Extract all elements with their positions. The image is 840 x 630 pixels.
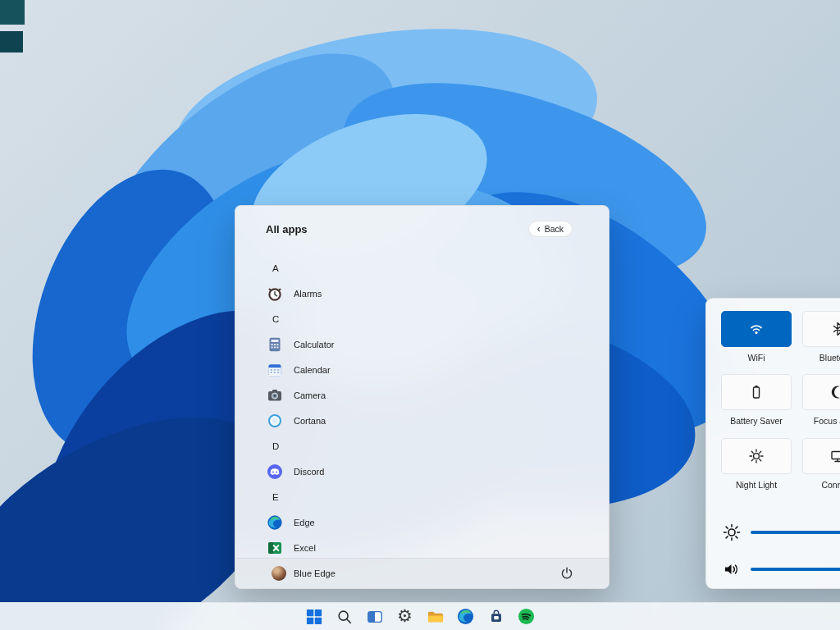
- calendar-icon: [267, 362, 283, 378]
- edge-button[interactable]: [455, 606, 477, 628]
- windows-start-icon: [306, 609, 322, 625]
- user-name: Blue Edge: [294, 568, 336, 578]
- connect-icon: [829, 448, 840, 464]
- excel-icon: [267, 540, 283, 556]
- search-button[interactable]: [334, 606, 355, 628]
- chevron-left-icon: ‹: [537, 224, 541, 234]
- task-view-icon: [367, 609, 383, 625]
- back-button[interactable]: ‹ Back: [528, 221, 573, 238]
- brightness-icon: [723, 523, 741, 541]
- wifi-tile-label: WiFi: [721, 353, 792, 363]
- back-button-label: Back: [545, 224, 564, 235]
- search-icon: [336, 609, 353, 625]
- section-header-a[interactable]: A: [266, 255, 592, 281]
- corner-tile: [0, 31, 23, 52]
- folder-icon: [427, 609, 445, 625]
- calculator-icon: [267, 336, 283, 353]
- app-label: Excel: [294, 543, 316, 553]
- battery-saver-tile-label: Battery Saver: [721, 416, 792, 426]
- corner-tile: [0, 0, 25, 25]
- cortana-icon: [267, 413, 283, 429]
- app-label: Edge: [294, 518, 315, 527]
- app-row-camera[interactable]: Camera: [266, 382, 592, 408]
- app-row-alarms[interactable]: Alarms: [266, 281, 592, 306]
- section-letter: C: [272, 314, 279, 324]
- file-explorer-button[interactable]: [425, 606, 446, 628]
- app-row-discord[interactable]: Discord: [266, 459, 592, 484]
- avatar: [272, 566, 286, 581]
- section-header-c[interactable]: C: [266, 306, 592, 331]
- start-menu-all-apps-panel: All apps ‹ Back A Alarms C: [235, 205, 609, 589]
- edge-icon: [267, 514, 283, 531]
- night-light-tile[interactable]: [721, 438, 792, 474]
- section-letter: E: [272, 492, 279, 502]
- app-row-calendar[interactable]: Calendar: [266, 357, 592, 382]
- app-label: Camera: [294, 390, 326, 400]
- volume-icon: [723, 560, 741, 578]
- focus-assist-tile-label: Focus assist: [802, 416, 840, 426]
- focus-assist-icon: [829, 384, 840, 400]
- power-icon: [559, 566, 574, 581]
- app-row-edge[interactable]: Edge: [266, 509, 592, 535]
- app-label: Cortana: [294, 416, 326, 426]
- section-header-d[interactable]: D: [266, 433, 592, 459]
- bluetooth-tile-label: Bluetooth: [802, 353, 840, 363]
- taskbar: ⚙: [0, 602, 840, 630]
- brightness-slider[interactable]: [751, 531, 840, 534]
- power-button[interactable]: [558, 564, 576, 582]
- discord-icon: [267, 463, 283, 480]
- wifi-tile[interactable]: [721, 311, 792, 347]
- store-button[interactable]: [486, 606, 507, 628]
- store-bag-icon: [488, 609, 504, 625]
- start-menu-footer: Blue Edge: [235, 558, 609, 588]
- all-apps-list: A Alarms C: [235, 252, 609, 558]
- start-button[interactable]: [304, 606, 325, 628]
- settings-button[interactable]: ⚙: [395, 606, 416, 628]
- all-apps-title: All apps: [266, 223, 308, 235]
- app-row-cortana[interactable]: Cortana: [266, 408, 592, 433]
- gear-icon: ⚙: [397, 608, 413, 625]
- spotify-icon: [518, 608, 535, 625]
- app-row-excel[interactable]: Excel: [266, 535, 592, 558]
- app-label: Calculator: [294, 340, 335, 349]
- edge-icon: [457, 608, 474, 625]
- bluetooth-tile[interactable]: [802, 311, 840, 347]
- spotify-button[interactable]: [516, 606, 537, 628]
- app-label: Discord: [294, 467, 324, 477]
- connect-tile-label: Connect: [802, 480, 840, 490]
- all-apps-header: All apps ‹ Back: [235, 206, 609, 252]
- volume-slider[interactable]: [751, 568, 840, 571]
- connect-tile[interactable]: [802, 438, 840, 474]
- volume-slider-row: [723, 559, 840, 579]
- night-light-tile-label: Night Light: [721, 480, 792, 490]
- app-label: Alarms: [294, 289, 322, 299]
- battery-icon: [748, 384, 765, 400]
- section-letter: D: [272, 441, 279, 451]
- wifi-icon: [748, 321, 765, 337]
- night-light-icon: [748, 448, 765, 464]
- task-view-button[interactable]: [364, 606, 386, 628]
- bluetooth-icon: [829, 321, 840, 337]
- focus-assist-tile[interactable]: [802, 374, 840, 410]
- app-label: Calendar: [294, 365, 331, 375]
- section-letter: A: [272, 263, 279, 273]
- quick-settings-panel: WiFi Bluetooth Battery Saver Focus assis…: [705, 298, 840, 589]
- camera-icon: [267, 387, 283, 404]
- alarms-icon: [267, 285, 283, 302]
- user-profile-button[interactable]: Blue Edge: [272, 566, 336, 581]
- section-header-e[interactable]: E: [266, 484, 592, 509]
- app-row-calculator[interactable]: Calculator: [266, 331, 592, 357]
- brightness-slider-row: [723, 523, 840, 542]
- battery-saver-tile[interactable]: [721, 374, 792, 410]
